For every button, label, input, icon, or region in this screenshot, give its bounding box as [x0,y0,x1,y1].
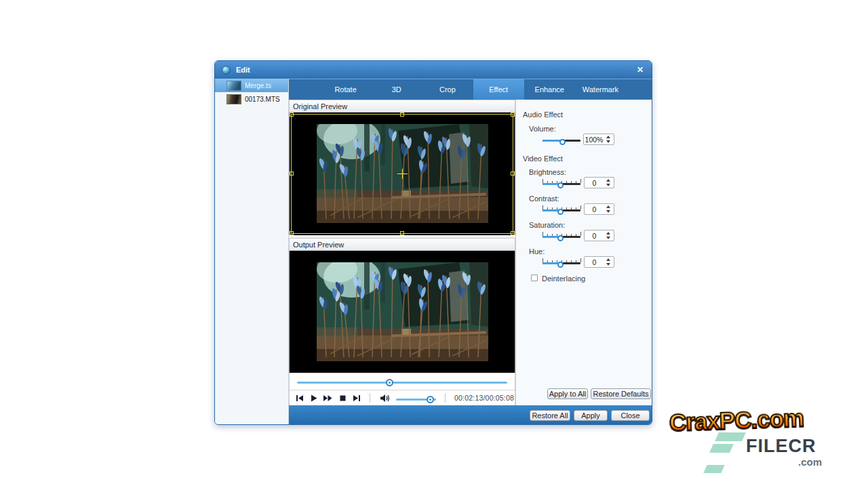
tab-crop[interactable]: Crop [422,79,473,100]
audio-effect-heading: Audio Effect [523,110,563,119]
crop-handle-sw[interactable] [290,231,294,235]
file-item-00173[interactable]: 00173.MTS [215,92,288,106]
spinner-arrows[interactable] [606,205,612,214]
crop-handle-s[interactable] [400,231,404,235]
video-frame-output [317,262,488,361]
volume-value-spinbox[interactable]: 100% [583,134,614,145]
hue-slider[interactable] [542,258,580,267]
restore-defaults-button[interactable]: Restore Defaults [591,388,651,399]
saturation-slider[interactable] [542,231,580,241]
contrast-slider[interactable] [542,205,580,214]
center-crosshair [402,169,403,179]
brightness-label: Brightness: [529,168,566,176]
fast-forward-icon[interactable] [323,394,332,403]
tab-enhance[interactable]: Enhance [524,79,575,100]
title-bar[interactable]: Edit ✕ [215,61,652,79]
seek-track[interactable] [297,382,507,384]
saturation-value: 0 [585,232,604,240]
window-title: Edit [236,66,250,74]
crop-handle-w[interactable] [290,171,294,176]
tab-3d[interactable]: 3D [371,79,422,100]
divider [445,393,446,403]
contrast-spinbox[interactable]: 0 [584,203,614,215]
spinner-arrows[interactable] [606,179,612,187]
brightness-value: 0 [585,179,604,187]
watermark: FILECR .com CraxPC.com [668,405,837,473]
timecode: 00:02:13/00:05:08 [454,394,514,402]
filecr-com: .com [798,456,822,468]
volume-label: Volume: [529,125,556,133]
stop-icon[interactable] [338,394,347,403]
hue-label: Hue: [529,247,545,256]
video-thumbnail [226,94,241,104]
crop-handle-se[interactable] [511,231,515,235]
hue-value: 0 [585,258,604,266]
contrast-label: Contrast: [529,195,559,203]
volume-value: 100% [584,136,604,144]
file-name: 00173.MTS [245,96,280,103]
apply-to-all-button[interactable]: Apply to All [547,388,588,399]
play-icon[interactable] [309,394,318,403]
divider [370,393,370,403]
close-button[interactable]: Close [611,410,650,421]
skip-back-icon[interactable] [296,394,304,403]
filecr-logo-icon [703,465,724,473]
crop-handle-nw[interactable] [290,113,294,117]
footer-bar: Restore All Apply Close [289,405,652,425]
preview-column: Original Preview Output Preview [289,100,515,405]
spinner-arrows[interactable] [606,136,612,144]
transport-controls: 00:02:13/00:05:08 [289,390,515,405]
hue-spinbox[interactable]: 0 [584,256,614,268]
seek-handle[interactable] [386,379,393,386]
saturation-label: Saturation: [529,221,565,229]
video-thumbnail [226,81,241,91]
filecr-logo-icon [709,444,734,453]
filecr-wordmark: FILECR [746,436,816,457]
app-icon [222,66,231,75]
output-preview [289,251,515,373]
volume-effect-slider[interactable] [542,135,580,144]
contrast-value: 0 [585,205,604,214]
file-list: Merge.ts 00173.MTS [215,79,289,425]
crop-handle-n[interactable] [400,113,404,117]
apply-button[interactable]: Apply [574,410,608,421]
seek-bar-row [289,373,515,390]
tab-watermark[interactable]: Watermark [575,79,626,100]
desktop: Edit ✕ Merge.ts 00173.MTS Rotate 3D Crop… [0,0,868,488]
crop-handle-e[interactable] [511,171,515,176]
tab-rotate[interactable]: Rotate [320,79,371,100]
spinner-arrows[interactable] [606,232,612,240]
close-icon[interactable]: ✕ [634,64,646,75]
brightness-spinbox[interactable]: 0 [584,177,614,188]
deinterlacing-label: Deinterlacing [542,274,585,283]
tab-strip: Rotate 3D Crop Effect Enhance Watermark [289,79,652,100]
spinner-arrows[interactable] [606,258,612,266]
skip-forward-icon[interactable] [352,394,361,403]
tab-effect[interactable]: Effect [473,79,524,100]
brightness-slider[interactable] [542,178,580,188]
crop-handle-ne[interactable] [511,113,515,117]
file-item-merge[interactable]: Merge.ts [215,79,288,92]
file-name: Merge.ts [245,82,271,89]
effects-panel: Audio Effect Volume: 100% Video Effect B… [515,100,652,405]
edit-dialog: Edit ✕ Merge.ts 00173.MTS Rotate 3D Crop… [214,60,652,425]
restore-all-button[interactable]: Restore All [530,410,570,421]
speaker-icon[interactable] [380,394,389,403]
craxpc-watermark: CraxPC.com [669,405,804,436]
video-effect-heading: Video Effect [523,155,563,163]
deinterlacing-checkbox[interactable] [531,274,538,281]
filecr-logo-icon [715,432,746,441]
saturation-spinbox[interactable]: 0 [584,230,614,241]
original-preview-header: Original Preview [289,100,515,113]
output-preview-header: Output Preview [289,238,515,251]
volume-handle[interactable] [427,396,434,403]
original-preview[interactable] [289,113,515,235]
